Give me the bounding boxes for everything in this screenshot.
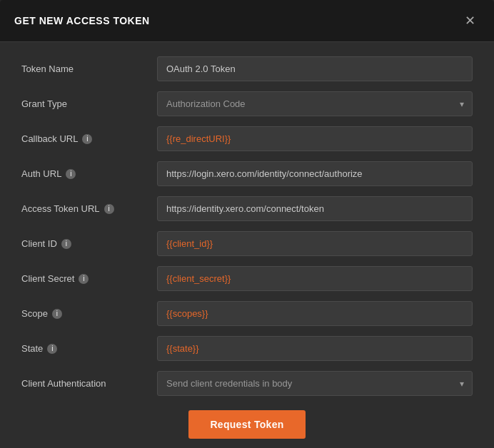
- client-id-input[interactable]: [157, 231, 473, 256]
- client-auth-select-wrapper: Send client credentials in bodySend as B…: [157, 371, 473, 396]
- auth-url-input[interactable]: [157, 161, 473, 186]
- scope-input[interactable]: [157, 301, 473, 326]
- callback-url-row: Callback URL i: [21, 126, 473, 151]
- access-token-url-row: Access Token URL i: [21, 196, 473, 221]
- get-access-token-modal: GET NEW ACCESS TOKEN ✕ Token Name Grant …: [0, 0, 494, 448]
- grant-type-label: Grant Type: [21, 98, 157, 109]
- callback-url-info-icon[interactable]: i: [82, 134, 92, 144]
- client-auth-select[interactable]: Send client credentials in bodySend as B…: [157, 371, 473, 396]
- scope-label: Scope i: [21, 308, 157, 319]
- client-auth-row: Client Authentication Send client creden…: [21, 371, 473, 396]
- client-id-row: Client ID i: [21, 231, 473, 256]
- request-token-button[interactable]: Request Token: [188, 410, 305, 439]
- state-info-icon[interactable]: i: [47, 344, 57, 354]
- token-name-label: Token Name: [21, 63, 157, 74]
- state-row: State i: [21, 336, 473, 361]
- grant-type-row: Grant Type Authorization CodeImplicitPas…: [21, 91, 473, 116]
- grant-type-select-wrapper: Authorization CodeImplicitPassword Crede…: [157, 91, 473, 116]
- callback-url-input[interactable]: [157, 126, 473, 151]
- access-token-url-label: Access Token URL i: [21, 203, 157, 214]
- modal-body: Token Name Grant Type Authorization Code…: [0, 42, 494, 448]
- modal-title: GET NEW ACCESS TOKEN: [14, 15, 150, 26]
- client-secret-info-icon[interactable]: i: [79, 274, 89, 284]
- auth-url-info-icon[interactable]: i: [66, 169, 76, 179]
- client-id-info-icon[interactable]: i: [61, 239, 71, 249]
- state-label: State i: [21, 343, 157, 354]
- token-name-row: Token Name: [21, 56, 473, 81]
- scope-row: Scope i: [21, 301, 473, 326]
- token-name-input[interactable]: [157, 56, 473, 81]
- client-auth-label: Client Authentication: [21, 378, 157, 389]
- modal-header: GET NEW ACCESS TOKEN ✕: [0, 0, 494, 42]
- callback-url-label: Callback URL i: [21, 133, 157, 144]
- client-id-label: Client ID i: [21, 238, 157, 249]
- state-input[interactable]: [157, 336, 473, 361]
- client-secret-input[interactable]: [157, 266, 473, 291]
- access-token-url-info-icon[interactable]: i: [104, 204, 114, 214]
- access-token-url-input[interactable]: [157, 196, 473, 221]
- auth-url-row: Auth URL i: [21, 161, 473, 186]
- client-secret-row: Client Secret i: [21, 266, 473, 291]
- grant-type-select[interactable]: Authorization CodeImplicitPassword Crede…: [157, 91, 473, 116]
- close-button[interactable]: ✕: [460, 13, 480, 29]
- scope-info-icon[interactable]: i: [52, 309, 62, 319]
- auth-url-label: Auth URL i: [21, 168, 157, 179]
- client-secret-label: Client Secret i: [21, 273, 157, 284]
